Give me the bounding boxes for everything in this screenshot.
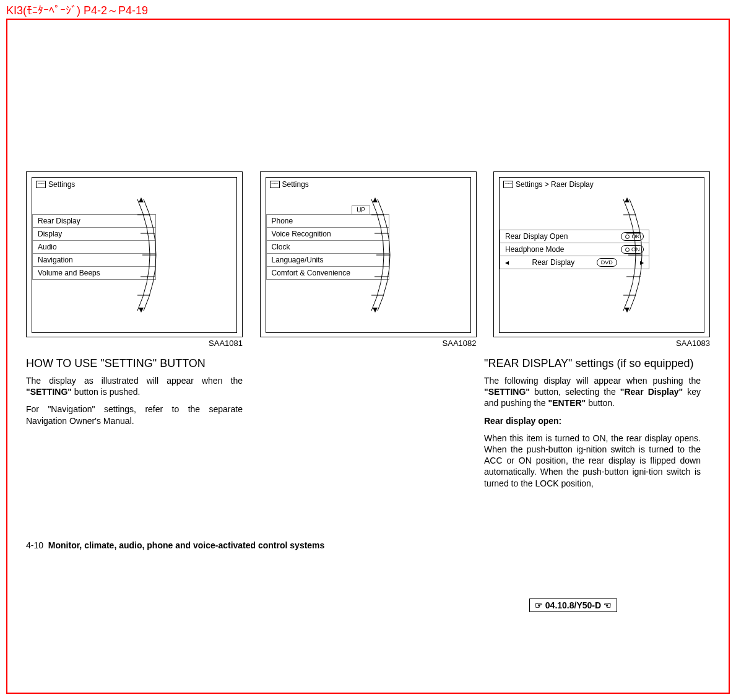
screen-title-bar: Settings > Raer Display [500,178,704,191]
page-number: 4-10 [26,540,43,550]
paragraph: The display as illustrated will appear w… [26,375,243,397]
figures-row: Settings Rear Display Display Audio Navi… [26,171,710,348]
pointer-right-icon: ☜ [604,600,612,610]
menu-item[interactable]: Audio [32,240,156,254]
screen-title: Settings [48,180,75,189]
text-columns: HOW TO USE "SETTING" BUTTON The display … [26,357,710,495]
screen-content: Settings > Raer Display Rear Display Ope… [499,177,704,333]
stamp-text: 04.10.8/Y50-D [545,600,601,610]
figure-2: Settings UP Phone Voice Recognition Cloc… [260,171,477,348]
menu-item[interactable]: Volume and Beeps [32,266,156,280]
screen-frame: Settings UP Phone Voice Recognition Cloc… [260,171,477,337]
menu-list: Rear Display Open OK Headphone Mode ON R… [500,230,704,269]
screen-frame: Settings Rear Display Display Audio Navi… [26,171,243,337]
screen-title-bar: Settings [32,178,236,191]
menu-item-rear-display[interactable]: Rear Display DVD [500,256,649,269]
menu-item[interactable]: Phone [266,214,390,228]
screen-title-bar: Settings [266,178,470,191]
figure-id: SAA1081 [26,339,243,348]
menu-item-headphone-mode[interactable]: Headphone Mode ON [500,243,649,256]
page-footer: 4-10 Monitor, climate, audio, phone and … [26,540,324,550]
section-heading: "REAR DISPLAY" settings (if so equipped) [484,357,701,370]
section-heading: HOW TO USE "SETTING" BUTTON [26,357,243,370]
paragraph: When this item is turned to ON, the rear… [484,433,701,489]
figure-id: SAA1082 [260,339,477,348]
screen-title: Settings > Raer Display [516,180,594,189]
document-stamp: ☞ 04.10.8/Y50-D ☜ [529,598,617,612]
pointer-left-icon: ☞ [535,600,543,610]
page-border: Settings Rear Display Display Audio Navi… [6,19,730,694]
menu-item-label: Rear Display [532,258,575,267]
figure-3: Settings > Raer Display Rear Display Ope… [493,171,710,348]
screen-title: Settings [282,180,309,189]
paragraph: For "Navigation" settings, refer to the … [26,404,243,426]
column-2 [255,357,472,495]
subheading: Rear display open: [484,415,701,426]
selector-badge[interactable]: DVD [597,258,617,267]
figure-id: SAA1083 [493,339,710,348]
screen-frame: Settings > Raer Display Rear Display Ope… [493,171,710,337]
settings-list-icon [270,181,280,188]
section-name: Monitor, climate, audio, phone and voice… [48,540,325,550]
screen-content: Settings UP Phone Voice Recognition Cloc… [266,177,471,333]
column-3: "REAR DISPLAY" settings (if so equipped)… [484,357,701,495]
menu-item[interactable]: Language/Units [266,253,390,267]
menu-item[interactable]: Display [32,227,156,241]
document-header: KI3(ﾓﾆﾀｰﾍﾟｰｼﾞ) P4-2～P4-19 [0,0,736,21]
menu-item[interactable]: Voice Recognition [266,227,390,241]
menu-item[interactable]: Comfort & Convenience [266,266,390,280]
screen-content: Settings Rear Display Display Audio Navi… [32,177,237,333]
up-indicator[interactable]: UP [352,205,370,215]
menu-item[interactable]: Clock [266,240,390,254]
menu-item-label: Rear Display Open [505,232,568,241]
paragraph: The following display will appear when p… [484,375,701,409]
settings-list-icon [36,181,46,188]
menu-list: Rear Display Display Audio Navigation Vo… [32,215,236,280]
status-badge: ON [621,245,644,254]
column-1: HOW TO USE "SETTING" BUTTON The display … [26,357,243,495]
menu-item[interactable]: Rear Display [32,214,156,228]
menu-item-rear-display-open[interactable]: Rear Display Open OK [500,230,649,243]
status-badge: OK [621,232,644,241]
menu-list: Phone Voice Recognition Clock Language/U… [266,215,470,280]
settings-list-icon [503,181,513,188]
figure-1: Settings Rear Display Display Audio Navi… [26,171,243,348]
menu-item[interactable]: Navigation [32,253,156,267]
menu-item-label: Headphone Mode [505,245,564,254]
